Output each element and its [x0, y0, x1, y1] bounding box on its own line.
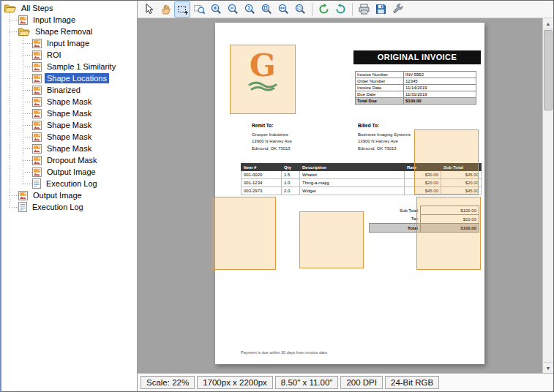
tree-item-output-image[interactable]: Output Image [1, 189, 137, 201]
tree-item-label: Sample 1 Similarity [45, 61, 118, 72]
image-icon [18, 15, 28, 25]
wrench-icon [392, 3, 404, 15]
tree-item-shape-mask[interactable]: Shape Mask [1, 143, 137, 154]
payment-terms-note: Payment is due within 30 days from invoi… [241, 350, 328, 355]
invoice-title: ORIGINAL INVOICE [353, 50, 481, 64]
column-header: Description [300, 164, 405, 171]
print-icon [358, 3, 370, 15]
tree-item-shape-mask[interactable]: Shape Mask [1, 119, 137, 131]
line-item-cell: 001-0020 [242, 171, 282, 179]
print-button[interactable] [356, 1, 372, 18]
marquee-select-tool-button[interactable] [174, 1, 190, 18]
tree-item-label: Shape Mask [45, 97, 94, 107]
address-line: Grooper Industries [252, 132, 292, 139]
tree-item-sample-1-similarity[interactable]: Sample 1 Similarity [1, 61, 137, 72]
shape-location-highlight[interactable] [299, 211, 364, 268]
tree-item-label: Input Image [31, 15, 78, 25]
image-icon [32, 156, 42, 165]
zoom-actual-size-button[interactable]: 1 [242, 1, 258, 18]
image-icon [32, 109, 42, 118]
save-button[interactable] [373, 1, 389, 18]
marquee-icon [176, 3, 189, 15]
tree-item-shape-mask[interactable]: Shape Mask [1, 108, 137, 119]
tree-item-execution-log[interactable]: Execution Log [1, 201, 137, 213]
billed-to-label: Billed To: [358, 122, 411, 129]
tree-item-label: Output Image [45, 167, 98, 177]
zoom-region-tool-button[interactable] [191, 1, 207, 18]
tree-item-dropout-mask[interactable]: Dropout Mask [1, 154, 137, 166]
tree-connector-stub [10, 20, 18, 20]
tree-item-shape-mask[interactable]: Shape Mask [1, 96, 137, 108]
tree-item-all-steps[interactable]: All Steps [1, 2, 137, 14]
tree-connector-stub [23, 67, 32, 67]
tree-item-shape-removal[interactable]: Shape Removal [1, 26, 137, 37]
shape-location-highlight[interactable] [414, 129, 479, 195]
tree-item-execution-log[interactable]: Execution Log [1, 178, 137, 189]
shape-location-highlight[interactable] [212, 197, 276, 270]
invoice-page: G ORIGINAL INVOICE Invoice NumberINV-555… [215, 23, 484, 364]
refresh-button[interactable] [315, 1, 332, 18]
tree-item-input-image[interactable]: Input Image [1, 37, 137, 49]
tree-item-label: Dropout Mask [45, 155, 99, 165]
tree-item-shape-locations[interactable]: Shape Locations [1, 72, 137, 84]
status-dpi: 200 DPI [340, 376, 383, 389]
tree-connector-stub [23, 125, 32, 126]
folder-open-icon [4, 4, 16, 13]
scrollbar-thumb[interactable] [544, 30, 553, 110]
tree-item-label: All Steps [19, 3, 55, 13]
tree-item-binarized[interactable]: Binarized [1, 84, 137, 96]
tree-item-label: Shape Mask [45, 143, 94, 154]
tree-item-label: ROI [45, 50, 64, 60]
line-item-cell: 1.0 [282, 179, 300, 187]
totals-label: Total [370, 224, 421, 233]
image-icon [32, 74, 42, 83]
zoom-in-button[interactable] [208, 1, 224, 18]
zoom-fit-width-button[interactable] [275, 1, 291, 18]
tree-item-label: Output Image [31, 190, 84, 200]
address-line: 13900 N Harvey Ave [358, 138, 411, 146]
scroll-down-button[interactable]: ▼ [543, 362, 553, 373]
shape-location-highlight[interactable] [416, 197, 481, 270]
status-pixel-dimensions: 1700px x 2200px [197, 376, 273, 389]
tree-item-label: Input Image [45, 38, 91, 48]
zoom-selection-icon [294, 3, 307, 15]
meta-value: 11/14/2019 [404, 85, 476, 91]
tree-item-shape-mask[interactable]: Shape Mask [1, 131, 137, 143]
zoom-region-icon [193, 3, 206, 15]
status-color-depth: 24-Bit RGB [385, 376, 439, 389]
pan-tool-button[interactable] [157, 1, 173, 18]
image-icon [32, 144, 42, 154]
tree-item-roi[interactable]: ROI [1, 49, 137, 61]
viewer-toolbar: 1 [138, 1, 553, 18]
billed-to-block: Billed To: Business Imaging Systems13900… [358, 122, 411, 152]
image-icon [32, 62, 42, 72]
zoom-out-button[interactable] [225, 1, 241, 18]
tree-connector-stub [23, 78, 32, 79]
pointer-tool-button[interactable] [141, 1, 157, 18]
zoom-selection-button[interactable] [292, 1, 308, 18]
remit-to-block: Remit To: Grooper Industries13900 N Harv… [252, 122, 292, 152]
tree-connector-stub [23, 113, 32, 114]
shape-location-highlight[interactable] [230, 45, 296, 114]
remit-to-label: Remit To: [252, 122, 292, 129]
zoom-fit-page-button[interactable] [258, 1, 274, 18]
line-item-cell: Whatsit [300, 171, 405, 179]
invoice-meta-table: Invoice NumberINV-5552Order Number12345I… [355, 71, 476, 105]
tree-item-input-image[interactable]: Input Image [1, 14, 137, 26]
settings-button[interactable] [389, 1, 405, 18]
reset-view-button[interactable] [332, 1, 348, 18]
meta-value: $100.00 [404, 98, 476, 105]
save-icon [375, 3, 387, 15]
tree-connector-stub [23, 160, 32, 161]
meta-value: 11/31/2019 [404, 91, 476, 98]
column-header: Item # [242, 164, 282, 171]
pointer-icon [143, 3, 155, 15]
tree-connector-stub [10, 207, 18, 208]
toolbar-separator [352, 3, 353, 16]
scroll-up-button[interactable]: ▲ [543, 18, 553, 29]
refresh-icon [318, 3, 330, 15]
image-viewer[interactable]: G ORIGINAL INVOICE Invoice NumberINV-555… [138, 18, 553, 373]
meta-label: Invoice Number [356, 72, 404, 78]
tree-item-output-image[interactable]: Output Image [1, 166, 137, 178]
vertical-scrollbar[interactable]: ▲ ▼ [542, 18, 553, 373]
